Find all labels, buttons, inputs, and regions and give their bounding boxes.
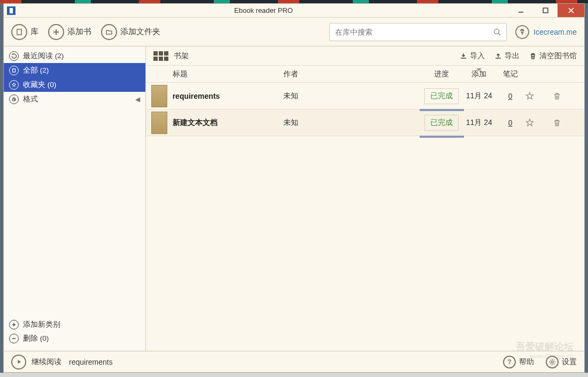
cell-notes[interactable]: 0 [496, 92, 525, 100]
app-icon [7, 6, 16, 15]
book-thumbnail [151, 85, 167, 107]
toolbar: 库 添加书 添加文件夹 Icecream.me [4, 18, 584, 46]
svg-point-7 [494, 29, 499, 34]
col-added[interactable]: 添加 [463, 69, 496, 79]
minus-icon [9, 334, 19, 343]
star-icon [9, 80, 19, 90]
icecream-icon [515, 25, 529, 39]
col-author[interactable]: 作者 [283, 69, 421, 79]
clear-library-button[interactable]: 清空图书馆 [529, 51, 577, 61]
add-category-label: 添加新类别 [23, 320, 60, 329]
sidebar-item-favorites[interactable]: 收藏夹 (0) [4, 77, 145, 92]
cell-title: 新建文本文档 [173, 118, 283, 128]
main-panel: 书架 导入 导出 清空图书馆 标题 [146, 46, 584, 351]
delete-label: 删除 (0) [23, 334, 49, 343]
sidebar-item-all[interactable]: 全部 (2) [4, 63, 145, 77]
book-thumbnail [151, 112, 167, 134]
cell-progress: 已完成 [421, 88, 463, 104]
delete-row-button[interactable] [553, 119, 577, 127]
cell-added: 11月 24 [463, 91, 496, 101]
book-icon [11, 24, 27, 40]
sidebar-label: 收藏夹 (0) [23, 80, 56, 90]
svg-point-13 [551, 361, 553, 363]
minimize-button[interactable] [508, 4, 533, 17]
cell-author: 未知 [283, 91, 421, 101]
table-row[interactable]: 新建文本文档未知已完成11月 240 [146, 109, 584, 136]
add-category-button[interactable]: 添加新类别 [4, 318, 145, 332]
titlebar: Ebook reader PRO [4, 4, 584, 18]
folder-icon [101, 24, 117, 40]
shelf-title: 书架 [174, 51, 189, 61]
delete-row-button[interactable] [553, 92, 577, 100]
plus-icon [48, 24, 64, 40]
sidebar-label: 格式 [23, 95, 38, 104]
sort-indicator-icon [476, 68, 482, 71]
col-notes[interactable]: 笔记 [496, 69, 525, 79]
grid-view-icon[interactable] [153, 51, 168, 61]
col-title[interactable]: 标题 [173, 69, 283, 79]
sidebar-label: 最近阅读 (2) [23, 51, 64, 61]
svg-rect-1 [543, 8, 548, 13]
table-body: requirements未知已完成11月 240新建文本文档未知已完成11月 2… [146, 83, 584, 136]
sidebar-label: 全部 (2) [23, 66, 49, 75]
favorite-button[interactable] [525, 91, 552, 101]
settings-button[interactable]: 设置 [546, 356, 577, 368]
add-folder-label: 添加文件夹 [120, 27, 160, 37]
search-icon[interactable] [488, 28, 506, 36]
cell-author: 未知 [283, 118, 421, 128]
brand-link[interactable]: Icecream.me [515, 25, 577, 39]
svg-rect-9 [13, 69, 16, 72]
plus-icon [9, 320, 19, 329]
cell-added: 11月 24 [463, 118, 496, 128]
export-icon [494, 52, 502, 60]
import-icon [460, 52, 467, 60]
chevron-left-icon: ◀ [135, 96, 140, 103]
table-header: 标题 作者 进度 添加 笔记 [146, 66, 584, 83]
close-button[interactable] [558, 4, 584, 17]
sidebar-item-format[interactable]: 格式 ◀ [4, 92, 145, 106]
help-button[interactable]: ?帮助 [503, 356, 534, 368]
sidebar-item-recent[interactable]: 最近阅读 (2) [4, 49, 145, 63]
add-book-button[interactable]: 添加书 [48, 24, 91, 40]
format-icon [9, 95, 19, 104]
table-row[interactable]: requirements未知已完成11月 240 [146, 83, 584, 109]
import-button[interactable]: 导入 [460, 51, 485, 61]
current-book-label: requirements [69, 358, 113, 366]
continue-label: 继续阅读 [32, 357, 61, 367]
continue-reading-button[interactable] [11, 355, 26, 370]
cell-title: requirements [173, 92, 283, 100]
library-button[interactable]: 库 [11, 24, 38, 40]
cell-progress: 已完成 [421, 115, 463, 131]
delete-button[interactable]: 删除 (0) [4, 332, 145, 345]
col-progress[interactable]: 进度 [421, 69, 463, 79]
sidebar: 最近阅读 (2) 全部 (2) 收藏夹 (0) 格式 ◀ 添加新类别 [4, 46, 146, 351]
trash-icon [529, 52, 537, 60]
svg-rect-4 [17, 29, 21, 35]
recent-icon [9, 51, 19, 61]
shelf-toolbar: 书架 导入 导出 清空图书馆 [146, 46, 584, 66]
cell-notes[interactable]: 0 [496, 119, 525, 127]
brand-label: Icecream.me [533, 28, 577, 36]
search-box[interactable] [329, 23, 507, 41]
app-window: Ebook reader PRO 库 添加书 添加文件夹 Icecream.me [3, 3, 585, 373]
add-book-label: 添加书 [67, 27, 91, 37]
all-icon [9, 66, 19, 75]
help-icon: ? [503, 356, 516, 368]
maximize-button[interactable] [533, 4, 558, 17]
gear-icon [546, 356, 559, 368]
library-label: 库 [30, 27, 38, 37]
export-button[interactable]: 导出 [494, 51, 520, 61]
add-folder-button[interactable]: 添加文件夹 [101, 24, 160, 40]
footer: 继续阅读 requirements ?帮助 设置 [4, 351, 584, 372]
favorite-button[interactable] [525, 118, 552, 128]
svg-line-8 [499, 33, 501, 35]
window-title: Ebook reader PRO [19, 6, 508, 14]
search-input[interactable] [330, 28, 488, 36]
